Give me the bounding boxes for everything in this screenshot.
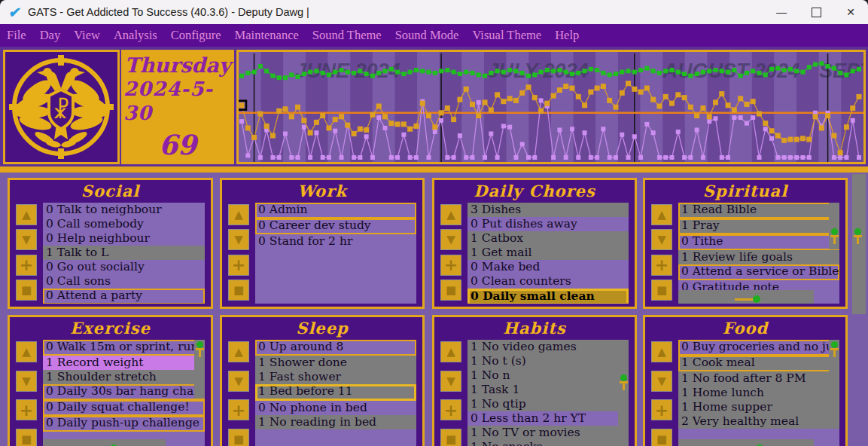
list-item[interactable]: 0 Less than 2 hr YT bbox=[468, 411, 629, 426]
list-item[interactable]: 1 No video games bbox=[468, 340, 629, 354]
mark-item-button[interactable]: ■ bbox=[228, 280, 249, 301]
v-scroll-thumb[interactable] bbox=[619, 374, 628, 391]
mark-item-button[interactable]: ■ bbox=[651, 429, 672, 446]
scroll-down-button[interactable]: ▼ bbox=[16, 371, 37, 392]
list-item[interactable]: 1 Shoulder stretch bbox=[43, 370, 205, 384]
list-item[interactable]: 0 Help neighbour bbox=[43, 231, 205, 246]
list-item[interactable]: 0 Go out socially bbox=[43, 260, 205, 274]
list-item[interactable]: 0 Stand for 2 hr bbox=[255, 234, 416, 249]
scroll-up-button[interactable]: ▲ bbox=[228, 341, 249, 362]
list-item[interactable]: 1 Talk to L bbox=[43, 246, 205, 260]
menu-item-visual-theme[interactable]: Visual Theme bbox=[465, 24, 548, 47]
mark-item-button[interactable]: ■ bbox=[651, 280, 672, 301]
list-item[interactable]: 3 Dishes bbox=[468, 203, 629, 217]
add-item-button[interactable]: + bbox=[651, 399, 672, 420]
list-item[interactable]: 0 Admin bbox=[255, 203, 416, 218]
scroll-up-button[interactable]: ▲ bbox=[16, 341, 37, 362]
v-scroll-thumb[interactable] bbox=[195, 341, 204, 358]
v-scrollbar[interactable] bbox=[194, 340, 205, 399]
list-item[interactable]: 1 Home supper bbox=[678, 400, 839, 414]
mark-item-button[interactable]: ■ bbox=[228, 429, 249, 446]
list-item[interactable]: 1 Get mail bbox=[468, 246, 629, 260]
list-item[interactable]: 0 Up around 8 bbox=[255, 340, 416, 356]
window-scrollbar[interactable] bbox=[850, 173, 868, 446]
list-item[interactable]: 1 Bed before 11 bbox=[255, 384, 416, 401]
v-scrollbar[interactable] bbox=[829, 203, 839, 249]
list-item[interactable]: 1 No reading in bed bbox=[255, 415, 416, 429]
list-item[interactable]: 1 No snacks bbox=[468, 440, 629, 446]
list-item[interactable]: 1 Catbox bbox=[468, 231, 629, 246]
list-item[interactable]: 0 Attend a party bbox=[43, 289, 205, 304]
scroll-down-button[interactable]: ▼ bbox=[228, 371, 249, 392]
list-item[interactable]: 0 Call somebody bbox=[43, 217, 205, 231]
list-item[interactable]: 0 Buy groceries and no junk foo bbox=[678, 340, 839, 356]
list-item[interactable]: 0 Daily 30s bar hang challenge bbox=[43, 384, 205, 400]
add-item-button[interactable]: + bbox=[16, 255, 37, 276]
h-scrollbar[interactable] bbox=[678, 439, 814, 446]
list-item[interactable]: 1 Home lunch bbox=[678, 386, 839, 400]
scroll-up-button[interactable]: ▲ bbox=[16, 204, 37, 225]
list-item[interactable]: 0 Call sons bbox=[43, 274, 205, 289]
list-item[interactable]: 0 No phone in bed bbox=[255, 401, 416, 415]
v-scrollbar[interactable] bbox=[618, 340, 629, 446]
list-item[interactable]: 0 Daily small clean bbox=[468, 289, 629, 304]
list-item[interactable]: 0 Daily push-up challenge bbox=[43, 416, 205, 432]
list-item[interactable]: 0 Make bed bbox=[468, 260, 629, 274]
list-item[interactable]: 0 Talk to neighbour bbox=[43, 203, 205, 217]
menu-item-view[interactable]: View bbox=[67, 24, 107, 47]
add-item-button[interactable]: + bbox=[228, 399, 249, 420]
list-item[interactable]: 0 Career dev study bbox=[255, 218, 416, 234]
h-scrollbar[interactable] bbox=[43, 439, 166, 446]
menu-item-analysis[interactable]: Analysis bbox=[107, 24, 164, 47]
scroll-down-button[interactable]: ▼ bbox=[651, 229, 672, 250]
scroll-up-button[interactable]: ▲ bbox=[228, 204, 249, 225]
list-item[interactable]: 1 Fast shower bbox=[255, 370, 416, 384]
maximize-button[interactable] bbox=[799, 0, 833, 24]
mark-item-button[interactable]: ■ bbox=[16, 280, 37, 301]
list-item[interactable]: 1 No n bbox=[468, 368, 629, 383]
scroll-up-button[interactable]: ▲ bbox=[440, 204, 461, 225]
mark-item-button[interactable]: ■ bbox=[440, 429, 461, 446]
list-item[interactable]: 1 Task 1 bbox=[468, 383, 629, 397]
h-scrollbar[interactable] bbox=[678, 290, 814, 304]
menu-item-configure[interactable]: Configure bbox=[164, 24, 228, 47]
list-item[interactable]: 1 No t (s) bbox=[468, 354, 629, 368]
mark-item-button[interactable]: ■ bbox=[16, 429, 37, 446]
scroll-down-button[interactable]: ▼ bbox=[651, 371, 672, 392]
scroll-up-button[interactable]: ▲ bbox=[651, 204, 672, 225]
list-item[interactable]: 1 Shower done bbox=[255, 356, 416, 370]
add-item-button[interactable]: + bbox=[440, 255, 461, 276]
list-item[interactable]: 0 Tithe bbox=[678, 234, 839, 250]
menu-item-sound-mode[interactable]: Sound Mode bbox=[388, 24, 466, 47]
menu-item-maintenance[interactable]: Maintenance bbox=[228, 24, 306, 47]
h-scroll-thumb[interactable] bbox=[735, 295, 760, 303]
list-item[interactable]: 1 No qtip bbox=[468, 397, 629, 411]
menu-item-file[interactable]: File bbox=[0, 24, 33, 47]
list-item[interactable]: 0 Put dishes away bbox=[468, 217, 629, 231]
v-scroll-thumb[interactable] bbox=[830, 228, 839, 245]
v-scroll-thumb[interactable] bbox=[830, 341, 839, 358]
scroll-down-button[interactable]: ▼ bbox=[16, 229, 37, 250]
scroll-down-button[interactable]: ▼ bbox=[440, 229, 461, 250]
scroll-up-button[interactable]: ▲ bbox=[440, 341, 461, 362]
add-item-button[interactable]: + bbox=[651, 255, 672, 276]
list-item[interactable]: 0 Walk 15m or sprint, run san bbox=[43, 340, 205, 356]
list-item[interactable]: 1 Pray bbox=[678, 218, 839, 234]
list-item[interactable]: 1 Review life goals bbox=[678, 250, 839, 264]
list-item[interactable]: 1 Read Bible bbox=[678, 203, 839, 218]
close-button[interactable]: ✕ bbox=[833, 0, 868, 24]
add-item-button[interactable]: + bbox=[16, 399, 37, 420]
menu-item-day[interactable]: Day bbox=[33, 24, 68, 47]
mark-item-button[interactable]: ■ bbox=[440, 280, 461, 301]
minimize-button[interactable]: — bbox=[764, 0, 799, 24]
list-item[interactable]: 1 No TV or movies bbox=[468, 426, 629, 440]
list-item[interactable]: 0 Daily squat challenge! bbox=[43, 400, 205, 416]
list-item[interactable]: 0 Clean counters bbox=[468, 274, 629, 289]
list-item[interactable]: 1 Record weight bbox=[43, 356, 205, 370]
list-item[interactable]: 1 No food after 8 PM bbox=[678, 371, 839, 386]
list-item[interactable]: 2 Very healthy meal bbox=[678, 414, 839, 429]
scroll-down-button[interactable]: ▼ bbox=[440, 371, 461, 392]
menu-item-sound-theme[interactable]: Sound Theme bbox=[306, 24, 388, 47]
menu-item-help[interactable]: Help bbox=[548, 24, 586, 47]
scroll-down-button[interactable]: ▼ bbox=[228, 229, 249, 250]
